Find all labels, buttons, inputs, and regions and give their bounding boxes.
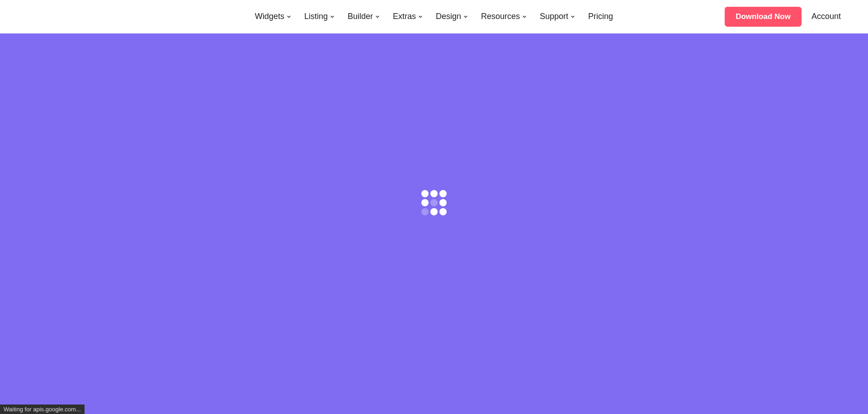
- browser-status-bar: Waiting for apis.google.com...: [0, 404, 85, 414]
- header: Widgets Listing Builder Extras Design: [0, 0, 868, 33]
- nav-item-label: Widgets: [255, 12, 284, 21]
- loader-dot: [430, 199, 438, 206]
- chevron-down-icon: [286, 14, 292, 19]
- nav-item-label: Design: [436, 12, 461, 21]
- loader-dot: [421, 190, 429, 197]
- hero-section: [0, 33, 868, 414]
- nav-item-extras[interactable]: Extras: [393, 12, 423, 21]
- nav-item-widgets[interactable]: Widgets: [255, 12, 292, 21]
- nav-item-label: Support: [540, 12, 568, 21]
- nav-item-label: Listing: [304, 12, 328, 21]
- loader-dot: [421, 199, 429, 206]
- nav-item-listing[interactable]: Listing: [304, 12, 335, 21]
- chevron-down-icon: [463, 14, 468, 19]
- chevron-down-icon: [418, 14, 423, 19]
- loader-dot: [430, 208, 438, 215]
- header-actions: Download Now Account: [725, 7, 841, 27]
- chevron-down-icon: [330, 14, 335, 19]
- loader-dot: [430, 190, 438, 197]
- loader-dot: [439, 199, 447, 206]
- chevron-down-icon: [522, 14, 527, 19]
- nav-item-builder[interactable]: Builder: [348, 12, 380, 21]
- chevron-down-icon: [570, 14, 576, 19]
- nav-item-design[interactable]: Design: [436, 12, 468, 21]
- loader-dot: [421, 208, 429, 215]
- nav-item-support[interactable]: Support: [540, 12, 576, 21]
- loading-spinner: [421, 190, 447, 215]
- loader-dot: [439, 190, 447, 197]
- main-nav: Widgets Listing Builder Extras Design: [255, 12, 613, 21]
- download-button[interactable]: Download Now: [725, 7, 802, 27]
- nav-item-pricing[interactable]: Pricing: [588, 12, 613, 21]
- nav-item-resources[interactable]: Resources: [481, 12, 527, 21]
- nav-item-label: Builder: [348, 12, 373, 21]
- nav-item-label: Extras: [393, 12, 416, 21]
- nav-item-label: Pricing: [588, 12, 613, 21]
- account-link[interactable]: Account: [811, 12, 841, 21]
- nav-item-label: Resources: [481, 12, 520, 21]
- chevron-down-icon: [375, 14, 380, 19]
- status-text: Waiting for apis.google.com...: [4, 406, 81, 413]
- loader-dot: [439, 208, 447, 215]
